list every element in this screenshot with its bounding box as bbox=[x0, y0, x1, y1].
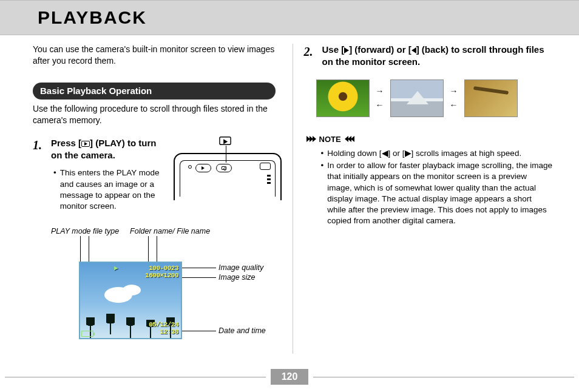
step-2-title-a: Use [ bbox=[322, 44, 345, 55]
thumbnail-row: → ← → ← bbox=[316, 79, 553, 117]
thumb-1 bbox=[316, 79, 370, 117]
left-column: You can use the camera's built-in monito… bbox=[33, 44, 293, 354]
diagram-rec-button bbox=[216, 164, 232, 172]
page-number: 120 bbox=[271, 369, 309, 385]
page-footer: 120 bbox=[0, 369, 579, 385]
lcd-play-icon: ▶ bbox=[114, 264, 118, 273]
back-icon bbox=[411, 47, 416, 53]
step-2-title: Use [] (forward) or [] (back) to scroll … bbox=[322, 44, 553, 69]
lcd-time: 12:38 bbox=[160, 328, 178, 337]
step-1-title: Press [] (PLAY) to turn on the camera. bbox=[51, 137, 166, 162]
label-filetype: PLAY mode file type bbox=[51, 226, 119, 237]
note-item-2-text: In order to allow for faster playback im… bbox=[327, 160, 552, 226]
step-1: 1. Press [] (PLAY) to turn on the camera… bbox=[33, 137, 282, 212]
arrow-right-icon: → bbox=[450, 86, 458, 97]
thumb-2 bbox=[390, 79, 444, 117]
chevron-right-icon bbox=[306, 136, 316, 142]
section-subtext: Use the following procedure to scroll th… bbox=[33, 103, 282, 126]
camera-diagram bbox=[174, 135, 282, 201]
note-item-1: Holding down [◀] or [▶] scrolls images a… bbox=[321, 148, 553, 159]
diagram-play-icon bbox=[221, 135, 229, 146]
page-title: PLAYBACK bbox=[38, 7, 147, 28]
step-2: 2. Use [] (forward) or [] (back) to scro… bbox=[304, 44, 553, 69]
note-item-2: In order to allow for faster playback im… bbox=[321, 160, 553, 226]
note-list: Holding down [◀] or [▶] scrolls images a… bbox=[321, 148, 553, 227]
step-2-title-b: ] (forward) or [ bbox=[349, 44, 411, 55]
lcd-preview: ▶ 100-0023 1600×1200 05/12/24 12:38 bbox=[79, 262, 182, 339]
lcd-label-diagram: PLAY mode file type Folder name/ File na… bbox=[33, 226, 282, 354]
section-heading: Basic Playback Operation bbox=[33, 83, 276, 100]
scroll-arrows-1: → ← bbox=[376, 86, 384, 111]
thumb-3 bbox=[464, 79, 518, 117]
lcd-battery-icon bbox=[81, 331, 93, 337]
step-1-bullet: This enters the PLAY mode and causes an … bbox=[51, 167, 166, 212]
forward-icon bbox=[344, 47, 349, 53]
title-bar: PLAYBACK bbox=[0, 0, 579, 35]
right-column: 2. Use [] (forward) or [] (back) to scro… bbox=[293, 44, 553, 354]
intro-text: You can use the camera's built-in monito… bbox=[33, 44, 282, 67]
step-1-bullet-text: This enters the PLAY mode and causes an … bbox=[60, 167, 166, 212]
play-icon bbox=[81, 141, 90, 147]
scroll-arrows-2: → ← bbox=[450, 86, 458, 111]
lcd-resolution: 1600×1200 bbox=[145, 271, 178, 280]
step-1-title-a: Press [ bbox=[51, 138, 81, 148]
arrow-right-icon: → bbox=[376, 86, 384, 97]
step-1-number: 1. bbox=[33, 137, 46, 212]
content-columns: You can use the camera's built-in monito… bbox=[0, 35, 579, 354]
label-quality: Image quality bbox=[218, 263, 263, 273]
label-folder: Folder name/ File name bbox=[130, 226, 210, 237]
arrow-left-icon: ← bbox=[450, 100, 458, 111]
note-heading: NOTE bbox=[306, 134, 553, 145]
note-item-1-text: Holding down [◀] or [▶] scrolls images a… bbox=[327, 148, 521, 159]
label-datetime: Date and time bbox=[218, 326, 266, 336]
arrow-left-icon: ← bbox=[376, 100, 384, 111]
note-label: NOTE bbox=[319, 134, 341, 145]
label-size: Image size bbox=[218, 272, 255, 283]
chevron-left-icon bbox=[345, 136, 354, 142]
step-2-number: 2. bbox=[304, 44, 317, 69]
diagram-play-button bbox=[195, 164, 211, 172]
